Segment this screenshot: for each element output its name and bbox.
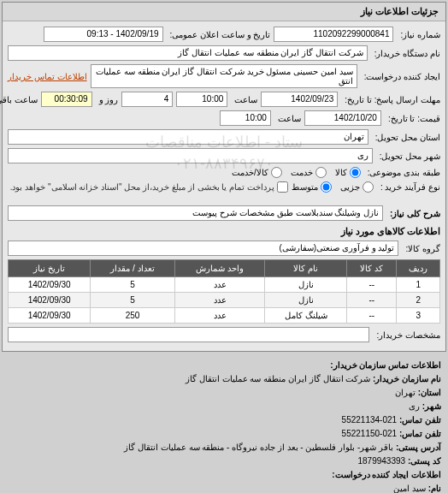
- f-fax: 021-55221150: [342, 429, 398, 438]
- cell-n: 3: [397, 308, 440, 324]
- announce-label: تاریخ و ساعت اعلان عمومی:: [167, 30, 271, 39]
- radio-mid-label: متوسط: [292, 182, 318, 192]
- th-name: نام کالا: [265, 260, 347, 277]
- desc-label: شرح کلی نیاز:: [386, 209, 440, 218]
- deadline-label: مهلت ارسال پاسخ: تا تاریخ:: [341, 95, 440, 104]
- days-left-field: 4: [121, 92, 173, 107]
- process-note: پرداخت تمام یا بخشی از مبلغ خرید،از محل …: [10, 182, 274, 192]
- valid-until-label: قیمت: تا تاریخ:: [385, 114, 440, 123]
- th-qty: تعداد / مقدار: [91, 260, 174, 277]
- day-word: روز و: [96, 95, 119, 104]
- f-phone: 021-55221134: [342, 415, 398, 425]
- f-address-label: آدرس پستی:: [396, 443, 441, 452]
- table-row: 1--نازلعدد51402/09/30: [9, 277, 440, 293]
- cell-unit: عدد: [174, 308, 265, 324]
- f-org-name: شرکت انتقال گاز ایران منطقه سه عملیات ان…: [186, 374, 370, 383]
- valid-until-date-field: 1402/10/20: [304, 110, 381, 126]
- treasury-checkbox[interactable]: پرداخت تمام یا بخشی از مبلغ خرید،از محل …: [10, 181, 288, 193]
- panel-body: شماره نیاز: 1102092299000841 تاریخ و ساع…: [3, 21, 445, 351]
- desc-field: نازل وشیلنگ سندبلاست طبق مشخصات شرح پیوس…: [8, 205, 383, 221]
- group-field: تولید و فرآوری صنعتی(سفارشی): [8, 241, 398, 256]
- cell-unit: عدد: [174, 277, 265, 293]
- table-header-row: ردیف کد کالا نام کالا واحد شمارش تعداد /…: [9, 260, 440, 277]
- cell-date: 1402/09/30: [9, 277, 91, 293]
- cell-code: --: [347, 293, 397, 308]
- radio-both-label: کالا/خدمت: [232, 168, 268, 177]
- radio-service[interactable]: خدمت: [291, 167, 327, 178]
- deadline-date-field: 1402/09/23: [261, 92, 338, 107]
- f-postcode: 1879943393: [357, 456, 405, 466]
- table-row: 3--شیلنگ کاملعدد2501402/09/30: [9, 308, 440, 324]
- f-fname-label: نام:: [428, 484, 441, 493]
- cell-name: نازل: [265, 277, 347, 293]
- radio-service-input[interactable]: [315, 167, 327, 178]
- radio-goods[interactable]: کالا: [335, 167, 361, 178]
- th-unit: واحد شمارش: [174, 260, 265, 277]
- treasury-checkbox-input[interactable]: [277, 181, 288, 193]
- cell-n: 1: [397, 277, 440, 293]
- th-date: تاریخ نیاز: [9, 260, 91, 277]
- f-address: باقر شهر- بلوار فلسطین - بعد از جاده نیر…: [124, 443, 393, 452]
- radio-mid-input[interactable]: [321, 181, 332, 193]
- category-radio-group: کالا خدمت کالا/خدمت: [232, 167, 361, 178]
- items-buyer-label: مشخصات خریدار:: [373, 330, 440, 340]
- cell-name: نازل: [265, 293, 347, 308]
- footer-heading1: اطلاعات تماس سازمان خریدار:: [330, 360, 441, 370]
- time-label-1: ساعت: [231, 95, 257, 104]
- cell-code: --: [347, 277, 397, 293]
- f-org-name-label: نام سازمان خریدار:: [373, 374, 441, 383]
- radio-service-label: خدمت: [291, 168, 313, 177]
- f-fname: سید امین: [393, 484, 426, 493]
- f-province: تهران: [395, 388, 416, 397]
- cell-date: 1402/09/30: [9, 293, 91, 308]
- radio-goods-label: کالا: [335, 168, 347, 177]
- table-row: 2--نازلعدد51402/09/30: [9, 293, 440, 308]
- category-label: طبقه بندی موضوعی:: [364, 168, 440, 177]
- cell-n: 2: [397, 293, 440, 308]
- city-label: شهر محل تحویل:: [376, 151, 440, 161]
- th-code: کد کالا: [347, 260, 397, 277]
- cell-unit: عدد: [174, 293, 265, 308]
- f-city-label: شهر:: [422, 401, 441, 411]
- cell-date: 1402/09/30: [9, 308, 91, 324]
- radio-both[interactable]: کالا/خدمت: [232, 167, 282, 178]
- deadline-time-field: 10:00: [176, 92, 227, 107]
- f-fax-label: تلفن تماس:: [399, 429, 441, 438]
- province-label: استان محل تحویل:: [372, 133, 440, 142]
- buyer-org-label: نام دستگاه خریدار:: [371, 49, 440, 58]
- items-section-title: اطلاعات کالاهای مورد نیاز: [8, 226, 440, 237]
- items-buyer-field: [8, 327, 369, 342]
- time-left-label: ساعت باقی مانده: [0, 95, 38, 104]
- radio-low[interactable]: جزیی: [340, 181, 374, 193]
- f-postcode-label: کد پستی:: [408, 456, 441, 466]
- f-city: ری: [409, 401, 420, 411]
- f-province-label: استان:: [418, 388, 441, 397]
- requester-label: ایجاد کننده درخواست:: [361, 72, 440, 81]
- group-label: گروه کالا:: [402, 244, 440, 253]
- radio-low-label: جزیی: [340, 182, 360, 192]
- radio-both-input[interactable]: [271, 167, 282, 178]
- requester-field: سید امین حسینی مسئول خرید شرکت انتقال گا…: [91, 64, 357, 88]
- cell-qty: 250: [91, 308, 174, 324]
- announce-field: 1402/09/19 - 09:13: [44, 27, 163, 42]
- time-label-2: ساعت: [274, 114, 301, 123]
- cell-code: --: [347, 308, 397, 324]
- cell-qty: 5: [91, 277, 174, 293]
- footer-heading2: اطلاعات ایجاد کننده درخواست:: [332, 470, 441, 479]
- req-number-field: 1102092299000841: [274, 27, 393, 42]
- buyer-org-field: شرکت انتقال گاز ایران منطقه سه عملیات ان…: [8, 45, 368, 61]
- footer: اطلاعات تماس سازمان خریدار: نام سازمان خ…: [0, 353, 448, 493]
- th-n: ردیف: [397, 260, 440, 277]
- cell-name: شیلنگ کامل: [265, 308, 347, 324]
- f-phone-label: تلفن تماس:: [399, 415, 441, 425]
- city-field: ری: [8, 148, 373, 163]
- valid-until-time-field: 10:00: [220, 110, 271, 126]
- time-left-field: 00:30:09: [41, 92, 92, 107]
- process-label: نوع فرآیند خرید :: [377, 182, 440, 192]
- radio-goods-input[interactable]: [350, 167, 361, 178]
- buyer-contact-link[interactable]: اطلاعات تماس خریدار: [8, 72, 87, 81]
- cell-qty: 5: [91, 293, 174, 308]
- radio-low-input[interactable]: [363, 181, 374, 193]
- radio-mid[interactable]: متوسط: [292, 181, 332, 193]
- process-radio-group: جزیی متوسط: [292, 181, 374, 193]
